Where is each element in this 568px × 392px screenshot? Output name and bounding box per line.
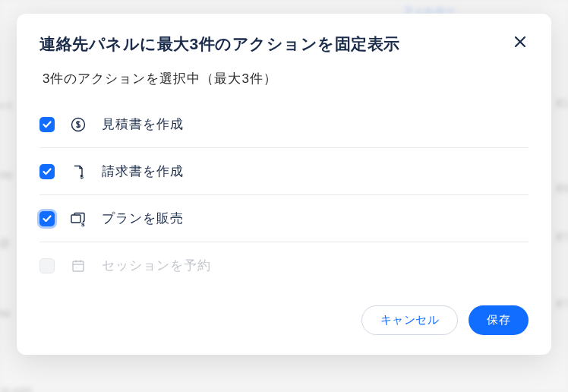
modal-footer: キャンセル 保存 xyxy=(17,289,551,355)
close-icon xyxy=(513,35,527,51)
cards-dollar-icon: $ xyxy=(70,210,87,227)
pin-actions-modal: 連絡先パネルに最大3件のアクションを固定表示 3件のアクションを選択中（最大3件… xyxy=(17,14,551,355)
svg-text:$: $ xyxy=(81,220,85,226)
checkbox-invoice[interactable] xyxy=(39,164,55,179)
checkbox-quote[interactable] xyxy=(39,117,55,132)
svg-rect-6 xyxy=(73,261,84,271)
modal-header: 連絡先パネルに最大3件のアクションを固定表示 xyxy=(17,14,551,61)
modal-subtitle: 3件のアクションを選択中（最大3件） xyxy=(17,61,551,101)
file-dollar-icon: $ xyxy=(70,163,87,180)
calendar-icon xyxy=(70,258,87,274)
cancel-button[interactable]: キャンセル xyxy=(361,305,459,335)
close-button[interactable] xyxy=(512,33,529,52)
svg-point-10 xyxy=(76,267,77,267)
action-list: 見積書を作成 $ 請求書を作成 $ プランを販売 セッショ xyxy=(17,101,551,289)
list-item-label: プランを販売 xyxy=(102,210,184,227)
list-item: $ 請求書を作成 xyxy=(39,148,529,195)
list-item-label: 見積書を作成 xyxy=(102,115,184,133)
list-item-label: セッションを予約 xyxy=(102,257,211,274)
list-item-label: 請求書を作成 xyxy=(102,163,184,180)
save-button[interactable]: 保存 xyxy=(469,305,529,335)
checkbox-session xyxy=(39,258,55,273)
checkbox-plan[interactable] xyxy=(39,211,55,226)
svg-rect-4 xyxy=(71,215,80,223)
dollar-circle-icon xyxy=(70,116,87,133)
svg-text:$: $ xyxy=(80,173,84,179)
modal-title: 連絡先パネルに最大3件のアクションを固定表示 xyxy=(39,33,400,55)
list-item: $ プランを販売 xyxy=(39,195,529,242)
list-item: 見積書を作成 xyxy=(39,101,529,148)
list-item: セッションを予約 xyxy=(39,242,529,289)
